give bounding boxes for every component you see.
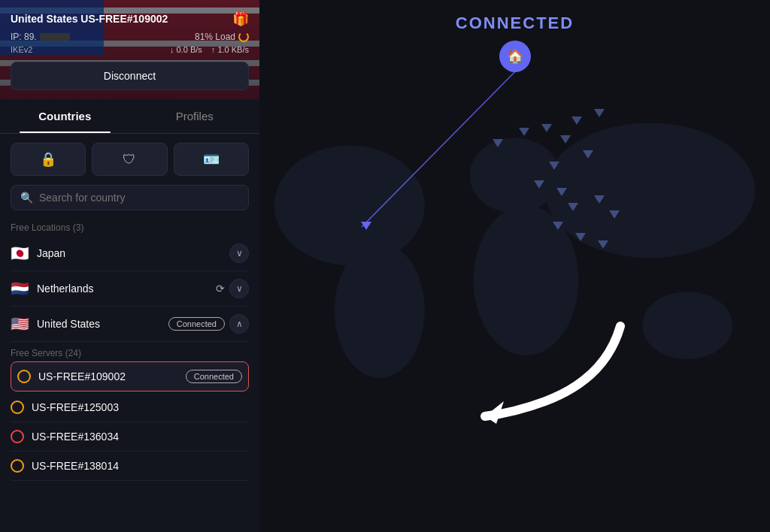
location-marker	[609, 210, 620, 219]
server-id: US-FREE#138014	[32, 460, 249, 472]
filter-shield-button[interactable]: 🛡	[92, 143, 167, 176]
filter-card-button[interactable]: 🪪	[174, 143, 249, 176]
list-item[interactable]: 🇯🇵 Japan ∨	[11, 236, 249, 271]
sidebar: United States US-FREE#109002 🎁 IP: 89. 8…	[0, 0, 259, 532]
location-marker	[560, 135, 571, 144]
server-name: United States US-FREE#109002	[11, 13, 168, 25]
speed-stats: ↓ 0.0 B/s ↑ 1.0 KB/s	[170, 45, 249, 54]
server-id: US-FREE#109002	[38, 370, 186, 382]
server-id: US-FREE#136034	[32, 431, 249, 443]
disconnect-button[interactable]: Disconnect	[11, 62, 249, 90]
location-marker	[493, 139, 503, 147]
map-area: CONNECTED 🏠	[259, 0, 770, 532]
protocol-label: IKEv2	[11, 45, 32, 54]
load-stat: 81% Load	[195, 32, 249, 42]
list-item[interactable]: 🇺🇸 United States Connected ∧	[11, 307, 249, 342]
free-servers-label: Free Servers (24)	[11, 342, 249, 361]
server-row[interactable]: US-FREE#125003	[11, 393, 249, 422]
server-status-icon	[11, 430, 24, 443]
header-top: United States US-FREE#109002 🎁	[11, 11, 249, 27]
server-status-icon	[17, 370, 31, 383]
card-icon: 🪪	[203, 151, 220, 168]
japan-expand-button[interactable]: ∨	[229, 243, 249, 263]
netherlands-flag: 🇳🇱	[11, 280, 29, 298]
server-status-icon	[11, 401, 24, 414]
protocol-row: IKEv2 ↓ 0.0 B/s ↑ 1.0 KB/s	[11, 45, 249, 54]
netherlands-name: Netherlands	[37, 283, 216, 295]
header-stats: IP: 89. 81% Load	[11, 32, 249, 42]
active-location-marker	[361, 222, 371, 230]
search-box: 🔍	[11, 185, 249, 210]
home-icon: 🏠	[507, 48, 523, 65]
upload-speed: ↑ 1.0 KB/s	[211, 45, 249, 54]
filter-row: 🔒 🛡 🪪	[0, 134, 259, 185]
netherlands-expand-button[interactable]: ∨	[229, 279, 249, 298]
tab-countries[interactable]: Countries	[0, 99, 130, 133]
search-icon: 🔍	[20, 192, 33, 204]
filter-all-button[interactable]: 🔒	[11, 143, 86, 176]
us-name: United States	[37, 318, 168, 330]
japan-flag: 🇯🇵	[11, 244, 29, 262]
location-marker	[571, 116, 582, 125]
server-row[interactable]: US-FREE#138014	[11, 452, 249, 481]
server-status-icon	[11, 459, 24, 473]
free-locations-label: Free Locations (3)	[11, 218, 249, 236]
server-row[interactable]: US-FREE#136034	[11, 422, 249, 452]
location-marker	[534, 180, 544, 189]
us-expand-button[interactable]: ∧	[229, 314, 249, 334]
location-marker	[594, 109, 605, 117]
server-id: US-FREE#125003	[32, 401, 249, 413]
lock-icon: 🔒	[40, 151, 56, 168]
shield-icon: 🛡	[123, 152, 136, 168]
download-speed: ↓ 0.0 B/s	[170, 45, 202, 54]
connected-badge: Connected	[168, 317, 225, 331]
list-item[interactable]: 🇳🇱 Netherlands ⟳ ∨	[11, 271, 249, 307]
chevron-down-icon: ∨	[236, 283, 243, 294]
us-flag: 🇺🇸	[11, 315, 29, 333]
header-section: United States US-FREE#109002 🎁 IP: 89. 8…	[0, 0, 259, 99]
location-marker	[519, 128, 529, 136]
location-marker	[553, 222, 563, 230]
server-row[interactable]: US-FREE#109002 Connected	[11, 361, 249, 391]
gift-icon[interactable]: 🎁	[232, 11, 249, 27]
location-marker	[549, 162, 559, 170]
map-markers-container	[259, 0, 770, 532]
chevron-up-icon: ∧	[236, 319, 243, 329]
location-marker	[598, 240, 608, 249]
location-marker	[583, 150, 593, 159]
location-marker	[568, 203, 578, 211]
home-bubble: 🏠	[499, 41, 531, 72]
location-marker	[575, 233, 586, 241]
search-input[interactable]	[39, 192, 239, 204]
country-list: Free Locations (3) 🇯🇵 Japan ∨ 🇳🇱 Netherl…	[0, 218, 259, 532]
chevron-down-icon: ∨	[236, 248, 243, 258]
japan-name: Japan	[37, 247, 229, 259]
load-circle-icon	[238, 32, 249, 42]
location-marker	[594, 195, 605, 204]
tabs-bar: Countries Profiles	[0, 99, 259, 134]
location-marker	[541, 124, 552, 132]
tab-profiles[interactable]: Profiles	[130, 99, 260, 133]
location-marker	[556, 188, 567, 196]
ip-stat: IP: 89.	[11, 32, 70, 42]
refresh-icon: ⟳	[216, 283, 225, 295]
server-connected-badge: Connected	[186, 370, 242, 383]
